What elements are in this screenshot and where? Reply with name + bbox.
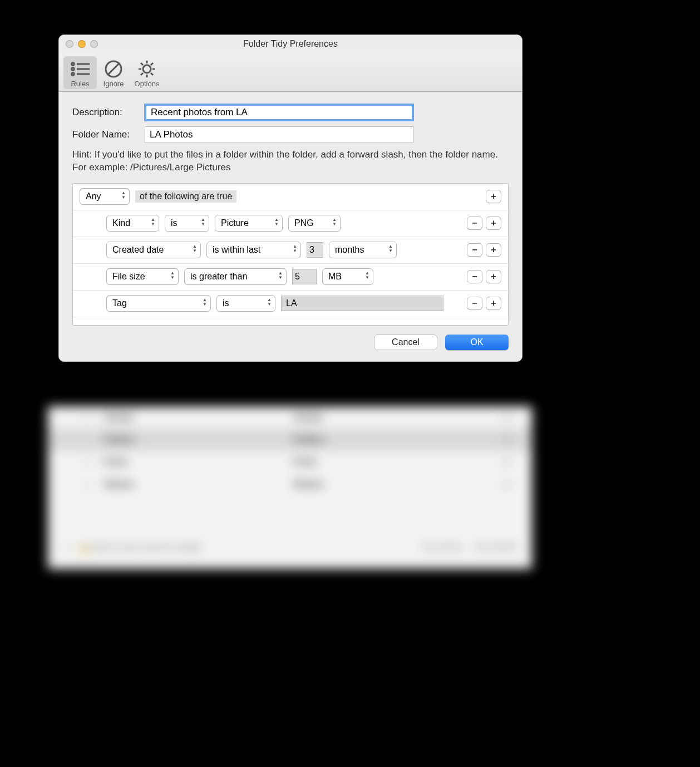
background-rules-list-blurred: ✓vCardsvCards● FoldersFolders● ✓FontsFon…	[48, 406, 532, 569]
chevron-updown-icon	[293, 244, 297, 253]
toolbar-options-label: Options	[130, 80, 164, 88]
toolbar-ignore-label: Ignore	[97, 80, 130, 88]
match-mode-popup[interactable]: Any	[80, 188, 130, 205]
chevron-updown-icon	[267, 298, 272, 307]
description-input[interactable]	[145, 104, 413, 121]
unit-popup[interactable]: MB	[322, 268, 373, 285]
description-label: Description:	[72, 107, 145, 118]
hint-text: Hint: If you'd like to put the files in …	[72, 149, 509, 174]
format-popup[interactable]: PNG	[288, 215, 341, 232]
chevron-updown-icon	[201, 218, 205, 227]
value-input[interactable]	[292, 269, 317, 284]
add-rule-button[interactable]: +	[486, 190, 501, 203]
unit-popup[interactable]: months	[329, 242, 397, 258]
operator-popup[interactable]: is greater than	[184, 268, 287, 285]
zoom-window-button[interactable]	[90, 40, 98, 48]
ok-button[interactable]: OK	[445, 335, 509, 350]
toolbar-rules-label: Rules	[63, 80, 97, 88]
chevron-updown-icon	[278, 271, 283, 280]
rule-spacer	[73, 317, 508, 325]
ban-icon	[97, 58, 130, 80]
add-rule-button[interactable]: +	[486, 297, 501, 310]
add-rule-button[interactable]: +	[486, 243, 501, 257]
chevron-updown-icon	[193, 244, 197, 253]
svg-line-14	[151, 73, 153, 75]
tag-value-input[interactable]	[281, 296, 443, 311]
svg-line-15	[151, 63, 153, 65]
gear-icon	[130, 58, 164, 80]
svg-point-2	[72, 73, 74, 75]
value-popup[interactable]: Picture	[215, 215, 283, 232]
folder-name-label: Folder Name:	[72, 129, 145, 140]
rules-editor: Any of the following are true + Kind is	[72, 183, 509, 326]
rule-group-header: Any of the following are true +	[73, 184, 508, 210]
chevron-updown-icon	[388, 244, 393, 253]
chevron-updown-icon	[332, 218, 337, 227]
operator-popup[interactable]: is	[165, 215, 209, 232]
rule-row-created-date: Created date is within last months − +	[73, 237, 508, 264]
toolbar: Rules Ignore	[59, 53, 522, 92]
window-body: Description: Folder Name: Hint: If you'd…	[59, 92, 522, 361]
field-popup[interactable]: Tag	[106, 295, 211, 312]
toolbar-options[interactable]: Options	[130, 56, 164, 89]
remove-rule-button[interactable]: −	[467, 297, 482, 310]
close-window-button[interactable]	[66, 40, 73, 48]
toolbar-ignore[interactable]: Ignore	[97, 56, 130, 89]
chevron-updown-icon	[365, 271, 369, 280]
field-popup[interactable]: Kind	[106, 215, 159, 232]
toolbar-rules[interactable]: Rules	[63, 56, 97, 89]
chevron-updown-icon	[121, 191, 126, 200]
remove-rule-button[interactable]: −	[467, 270, 482, 283]
remove-rule-button[interactable]: −	[467, 243, 482, 257]
chevron-updown-icon	[203, 298, 207, 307]
preferences-window: Folder Tidy Preferences Rules	[58, 35, 522, 362]
chevron-updown-icon	[151, 218, 155, 227]
field-popup[interactable]: Created date	[106, 242, 201, 258]
add-rule-button[interactable]: +	[486, 270, 501, 283]
svg-line-7	[108, 63, 119, 75]
dialog-footer: Cancel OK	[72, 335, 509, 350]
chevron-updown-icon	[170, 271, 175, 280]
cancel-button[interactable]: Cancel	[374, 335, 437, 350]
titlebar: Folder Tidy Preferences	[59, 35, 522, 53]
svg-point-0	[72, 63, 74, 65]
rule-row-tag: Tag is − +	[73, 291, 508, 317]
list-icon	[63, 58, 97, 80]
add-rule-button[interactable]: +	[486, 217, 501, 230]
svg-point-8	[143, 65, 151, 73]
svg-line-16	[141, 73, 143, 75]
value-input[interactable]	[307, 242, 323, 258]
window-title: Folder Tidy Preferences	[59, 39, 522, 49]
match-mode-value: Any	[86, 191, 101, 201]
rule-row-file-size: File size is greater than MB − +	[73, 264, 508, 291]
match-suffix-text: of the following are true	[135, 190, 236, 203]
folder-name-input[interactable]	[145, 126, 413, 143]
svg-line-13	[141, 63, 143, 65]
chevron-updown-icon	[274, 218, 279, 227]
svg-point-1	[72, 68, 74, 70]
operator-popup[interactable]: is within last	[206, 242, 301, 258]
field-popup[interactable]: File size	[106, 268, 179, 285]
rule-row-kind: Kind is Picture PNG − +	[73, 210, 508, 237]
remove-rule-button[interactable]: −	[467, 217, 482, 230]
operator-popup[interactable]: is	[216, 295, 275, 312]
minimize-window-button[interactable]	[78, 40, 86, 48]
